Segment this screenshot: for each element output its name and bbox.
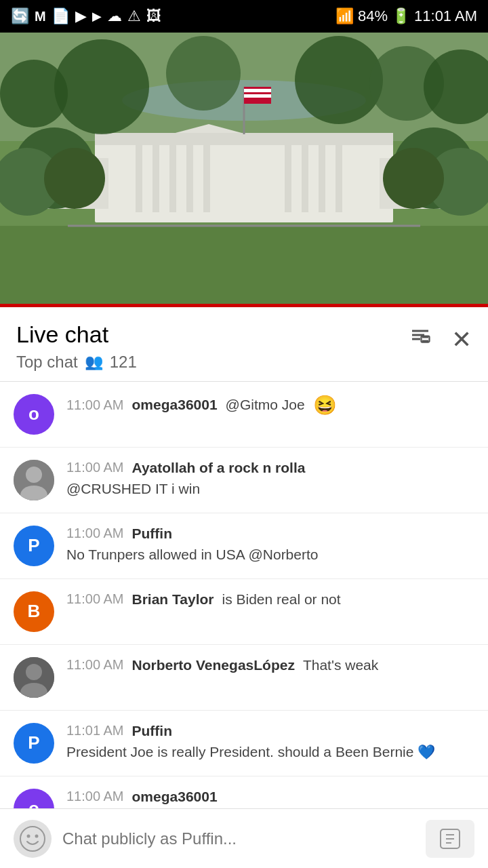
chat-messages-area: o 11:00 AM omega36001 @Gitmo Joe 😆	[0, 382, 488, 868]
avatar: P	[14, 723, 54, 764]
message-time: 11:00 AM	[66, 526, 124, 541]
message-content: 11:00 AM Brian Taylor is Biden real or n…	[66, 591, 474, 608]
filter-icon[interactable]	[408, 325, 432, 354]
message-meta: 11:00 AM omega36001	[66, 789, 474, 805]
time-display: 11:01 AM	[414, 7, 477, 25]
message-time: 11:00 AM	[66, 591, 124, 607]
chat-input-field[interactable]	[62, 829, 415, 848]
svg-rect-21	[244, 94, 271, 98]
message-text: @CRUSHED IT i win	[66, 479, 474, 498]
message-author: Ayatollah of a rock n rolla	[132, 460, 306, 476]
svg-rect-20	[244, 89, 271, 92]
video-thumbnail[interactable]	[0, 33, 488, 304]
chat-title: Live chat	[16, 321, 137, 349]
message-time: 11:00 AM	[66, 460, 124, 475]
message-content: 11:01 AM Puffin President Joe is really …	[66, 723, 474, 762]
people-icon: 👥	[85, 353, 103, 371]
chat-header: Live chat Top chat 👥 121 ✕	[0, 307, 488, 382]
status-bar: 🔄 M 📄 ▶ ▶ ☁ ⚠ 🖼 📶 84% 🔋 11:01 AM	[0, 0, 488, 33]
svg-rect-22	[0, 226, 488, 304]
avatar	[14, 657, 54, 698]
avatar: P	[14, 526, 54, 566]
chat-message: P 11:00 AM Puffin No Trunpers allowed in…	[0, 513, 488, 579]
file-icon: 📄	[52, 7, 70, 25]
message-text: @Gitmo Joe	[226, 397, 305, 413]
message-text: President Joe is really President. shoul…	[66, 742, 474, 762]
message-meta: 11:00 AM Puffin	[66, 526, 474, 542]
message-meta: 11:00 AM Norberto VenegasLópez That's we…	[66, 657, 474, 673]
message-time: 11:00 AM	[66, 789, 124, 804]
status-icons: 🔄 M 📄 ▶ ▶ ☁ ⚠ 🖼	[11, 7, 161, 25]
message-author: Puffin	[132, 723, 172, 739]
message-emoji: 😆	[313, 394, 337, 416]
message-time: 11:00 AM	[66, 397, 124, 413]
avatar: B	[14, 591, 54, 632]
svg-point-29	[383, 148, 444, 209]
chat-message: B 11:00 AM Brian Taylor is Biden real or…	[0, 579, 488, 645]
svg-point-26	[44, 148, 105, 209]
svg-point-43	[26, 467, 42, 483]
svg-rect-13	[336, 144, 342, 212]
battery-text: 84%	[358, 7, 388, 25]
chat-messages-list: o 11:00 AM omega36001 @Gitmo Joe 😆	[0, 382, 488, 867]
svg-rect-12	[319, 144, 325, 212]
emoji-button[interactable]	[14, 820, 52, 858]
avatar	[14, 460, 54, 500]
sync-icon: 🔄	[11, 7, 29, 25]
message-time: 11:01 AM	[66, 723, 124, 738]
youtube2-icon: ▶	[92, 9, 102, 24]
avatar: o	[14, 394, 54, 435]
chat-message: 11:00 AM Norberto VenegasLópez That's we…	[0, 645, 488, 711]
message-meta: 11:01 AM Puffin	[66, 723, 474, 739]
message-content: 11:00 AM omega36001 @Gitmo Joe 😆	[66, 394, 474, 416]
message-meta: 11:00 AM Brian Taylor is Biden real or n…	[66, 591, 474, 608]
svg-point-48	[20, 827, 45, 851]
battery-icon: 🔋	[392, 7, 410, 25]
message-text: That's weak	[303, 657, 378, 673]
svg-rect-6	[152, 144, 159, 212]
message-author: Puffin	[132, 526, 172, 542]
message-meta: 11:00 AM Ayatollah of a rock n rolla	[66, 460, 474, 476]
message-content: 11:00 AM Ayatollah of a rock n rolla @CR…	[66, 460, 474, 498]
svg-rect-9	[203, 144, 210, 212]
m-icon: M	[35, 9, 46, 24]
message-author: Brian Taylor	[132, 591, 214, 608]
svg-point-30	[54, 39, 149, 134]
svg-rect-10	[285, 144, 291, 212]
image-icon: 🖼	[146, 7, 161, 25]
chat-input-bar	[0, 808, 488, 868]
warning-icon: ⚠	[127, 7, 141, 25]
status-right: 📶 84% 🔋 11:01 AM	[336, 7, 477, 25]
message-author: omega36001	[132, 789, 218, 805]
message-content: 11:00 AM Norberto VenegasLópez That's we…	[66, 657, 474, 673]
chat-message: o 11:00 AM omega36001 @Gitmo Joe 😆	[0, 382, 488, 448]
svg-point-50	[35, 834, 39, 837]
svg-rect-17	[95, 133, 393, 145]
send-button[interactable]	[426, 820, 474, 858]
top-chat-label[interactable]: Top chat	[16, 353, 78, 372]
svg-point-46	[26, 664, 42, 680]
svg-rect-11	[302, 144, 308, 212]
svg-rect-8	[186, 144, 193, 212]
youtube-icon: ▶	[75, 7, 87, 25]
chat-header-right: ✕	[408, 321, 472, 354]
chat-header-left: Live chat Top chat 👥 121	[16, 321, 137, 372]
message-content: 11:00 AM Puffin No Trunpers allowed in U…	[66, 526, 474, 564]
svg-point-49	[27, 834, 30, 837]
message-text: No Trunpers allowed in USA @Norberto	[66, 545, 474, 564]
wifi-icon: 📶	[336, 7, 354, 25]
chat-message: 11:00 AM Ayatollah of a rock n rolla @CR…	[0, 448, 488, 513]
message-author: omega36001	[132, 397, 218, 413]
svg-rect-5	[136, 144, 142, 212]
svg-point-31	[166, 36, 241, 111]
message-author: Norberto VenegasLópez	[132, 657, 295, 673]
viewer-count: 121	[110, 353, 137, 372]
message-text: is Biden real or not	[222, 591, 341, 608]
svg-rect-7	[169, 144, 176, 212]
chat-subtitle: Top chat 👥 121	[16, 353, 137, 372]
cloud-icon: ☁	[107, 7, 122, 25]
svg-point-34	[0, 60, 68, 127]
close-icon[interactable]: ✕	[451, 326, 472, 354]
message-meta: 11:00 AM omega36001 @Gitmo Joe 😆	[66, 394, 474, 416]
message-time: 11:00 AM	[66, 657, 124, 673]
